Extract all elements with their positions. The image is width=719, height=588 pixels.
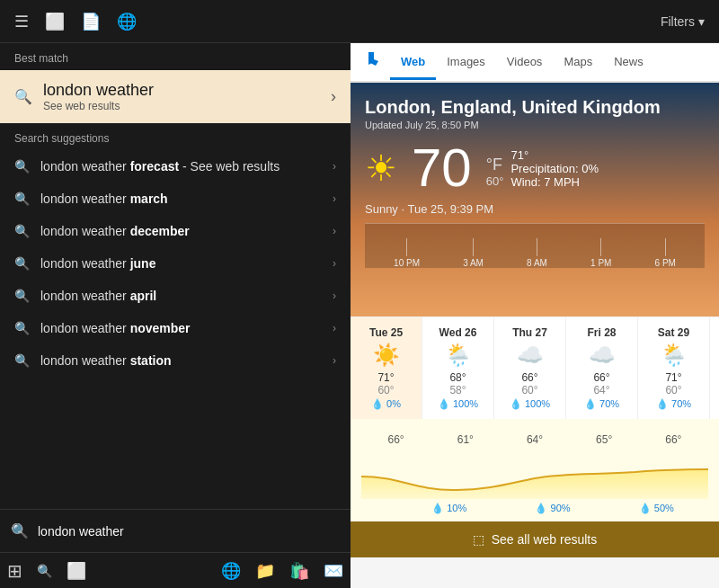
suggestion-item[interactable]: 🔍 london weather april › <box>0 280 351 312</box>
suggestion-search-icon: 🔍 <box>14 192 30 206</box>
suggestion-text: london weather station <box>40 353 172 368</box>
forecast-day-wed[interactable]: Wed 26 🌦️ 68° 58° 💧 100% <box>422 317 494 419</box>
forecast-day-fri[interactable]: Fri 28 ☁️ 66° 64° 💧 70% <box>566 317 638 419</box>
see-all-label: See all web results <box>492 532 598 547</box>
suggestion-item[interactable]: 🔍 london weather november › <box>0 312 351 344</box>
tab-images[interactable]: Images <box>436 46 496 80</box>
precipitation: Precipitation: 0% <box>510 162 599 175</box>
sidebar: Best match 🔍 london weather See web resu… <box>0 43 351 588</box>
tab-maps[interactable]: Maps <box>553 46 603 80</box>
forecast-row: Tue 25 ☀️ 71° 60° 💧 0% Wed 26 🌦️ 68° 58° <box>351 316 719 419</box>
suggestion-search-icon: 🔍 <box>14 256 30 271</box>
suggestion-chevron: › <box>333 290 336 302</box>
weather-condition-time: Sunny · Tue 25, 9:39 PM <box>365 202 705 216</box>
suggestion-item[interactable]: 🔍 london weather forecast - See web resu… <box>0 150 351 183</box>
best-match-sub: See web results <box>43 100 154 112</box>
suggestion-search-icon: 🔍 <box>14 224 30 238</box>
suggestion-chevron: › <box>333 257 336 270</box>
task-view-icon[interactable]: ⬜ <box>67 561 86 581</box>
search-icon: 🔍 <box>14 88 32 105</box>
weather-temp: 70 <box>412 141 472 195</box>
weather-hero: London, England, United Kingdom Updated … <box>351 83 719 316</box>
suggestion-text: london weather december <box>40 224 190 238</box>
weather-card: London, England, United Kingdom Updated … <box>351 83 719 588</box>
search-bar: 🔍 <box>0 509 351 552</box>
chart-label-4: 65° <box>596 433 612 446</box>
bing-logo <box>361 49 383 75</box>
weather-main: ☀ 70 °F 60° <box>365 141 503 195</box>
mail-icon[interactable]: ✉️ <box>324 561 343 581</box>
sun-icon: ☀ <box>365 147 397 189</box>
search-input[interactable] <box>38 524 340 539</box>
suggestion-chevron: › <box>333 354 336 367</box>
suggestion-chevron: › <box>333 322 336 334</box>
see-all-icon: ⬚ <box>473 532 484 547</box>
main-content: Best match 🔍 london weather See web resu… <box>0 43 719 588</box>
top-bar: ☰ ⬜ 📄 🌐 Filters ▾ <box>0 0 719 43</box>
suggestion-text: london weather june <box>40 256 155 271</box>
document-icon[interactable]: 📄 <box>81 12 101 31</box>
suggestion-text: london weather forecast - See web result… <box>40 159 280 174</box>
suggestion-chevron: › <box>333 225 336 237</box>
suggestions-label: Search suggestions <box>0 123 351 150</box>
suggestion-text: london weather november <box>40 321 191 335</box>
weather-updated: Updated July 25, 8:50 PM <box>365 120 705 130</box>
best-match-text: london weather See web results <box>43 81 154 112</box>
best-match-left: 🔍 london weather See web results <box>14 81 154 112</box>
wind: Wind: 7 MPH <box>510 175 599 189</box>
tab-web[interactable]: Web <box>390 46 436 80</box>
suggestion-search-icon: 🔍 <box>14 321 30 335</box>
filters-button[interactable]: Filters ▾ <box>661 14 705 29</box>
weather-details: 71° Precipitation: 0% Wind: 7 MPH <box>510 148 599 189</box>
best-match-item[interactable]: 🔍 london weather See web results › <box>0 70 351 123</box>
taskbar: ⊞ 🔍 ⬜ 🌐 📁 🛍️ ✉️ <box>0 552 351 588</box>
forecast-day-sun[interactable]: Sun 30 ☁️ 72° 55° 💧 60% <box>710 317 719 419</box>
browser-icon[interactable]: ⬜ <box>45 12 65 31</box>
tab-videos[interactable]: Videos <box>496 46 554 80</box>
forecast-day-thu[interactable]: Thu 27 ☁️ 66° 60° 💧 100% <box>494 317 566 419</box>
suggestion-text: london weather april <box>40 289 156 303</box>
mini-chart: 66° 61° 64° 65° 66° <box>351 419 719 521</box>
suggestion-item[interactable]: 🔍 london weather december › <box>0 215 351 247</box>
windows-icon[interactable]: ⊞ <box>7 560 22 582</box>
best-match-main: london weather <box>43 81 154 100</box>
globe-icon[interactable]: 🌐 <box>117 12 137 31</box>
bing-tabs: Web Images Videos Maps News <box>351 43 719 83</box>
hourly-bar: 10 PM 3 AM 8 AM 1 PM 6 PM <box>365 223 705 268</box>
suggestion-search-icon: 🔍 <box>14 289 30 303</box>
forecast-day-tue[interactable]: Tue 25 ☀️ 71° 60° 💧 0% <box>351 317 422 419</box>
chart-label-2: 61° <box>457 433 474 446</box>
best-match-label: Best match <box>0 43 351 70</box>
suggestion-search-icon: 🔍 <box>14 353 30 368</box>
cortana-icon[interactable]: 🔍 <box>37 564 52 578</box>
chart-label-3: 64° <box>527 433 543 446</box>
top-bar-icons: ☰ ⬜ 📄 🌐 <box>14 12 137 31</box>
precip-label-3: 💧 50% <box>639 503 674 514</box>
store-icon[interactable]: 🛍️ <box>289 561 309 581</box>
search-bar-icon: 🔍 <box>11 522 29 539</box>
hamburger-icon[interactable]: ☰ <box>14 12 29 31</box>
chart-area <box>361 450 708 499</box>
forecast-day-sat[interactable]: Sat 29 🌦️ 71° 60° 💧 70% <box>638 317 710 419</box>
right-panel: Web Images Videos Maps News London, Engl… <box>351 43 719 588</box>
suggestion-search-icon: 🔍 <box>14 159 30 174</box>
suggestion-chevron: › <box>333 192 336 205</box>
suggestion-chevron: › <box>333 160 336 173</box>
precip-label-2: 💧 90% <box>535 503 570 514</box>
explorer-icon[interactable]: 📁 <box>255 561 275 581</box>
see-all-bar[interactable]: ⬚ See all web results <box>351 521 719 557</box>
chart-label-5: 66° <box>665 433 681 446</box>
suggestion-item[interactable]: 🔍 london weather june › <box>0 247 351 280</box>
suggestion-item[interactable]: 🔍 london weather station › <box>0 344 351 377</box>
temp-high: 71° <box>510 148 599 162</box>
precip-label-1: 💧 10% <box>431 503 466 514</box>
suggestion-text: london weather march <box>40 192 168 206</box>
edge-icon[interactable]: 🌐 <box>221 561 241 581</box>
weather-location: London, England, United Kingdom <box>365 97 705 118</box>
best-match-arrow: › <box>331 87 336 106</box>
tab-news[interactable]: News <box>603 46 654 80</box>
chart-label-1: 66° <box>388 433 404 446</box>
suggestion-item[interactable]: 🔍 london weather march › <box>0 183 351 215</box>
weather-units: °F 60° <box>486 156 504 188</box>
